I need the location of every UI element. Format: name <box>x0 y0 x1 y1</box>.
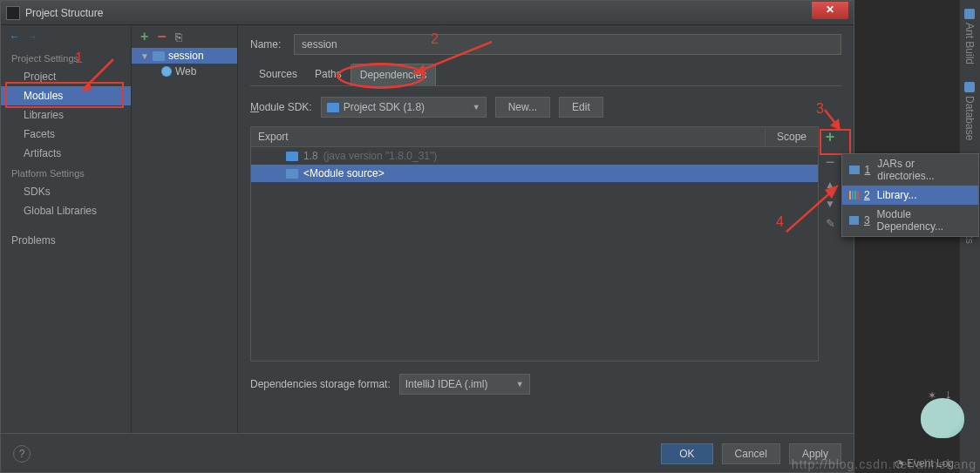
remove-module-icon[interactable]: − <box>157 28 167 46</box>
gutter-ant[interactable]: Ant Build <box>960 0 979 73</box>
dep-side-tools: + − ▲ ▼ ✎ <box>819 126 841 362</box>
remove-dependency-button[interactable]: − <box>826 153 835 172</box>
popup-library-label: Library... <box>877 189 917 201</box>
dialog-footer: ? OK Cancel Apply <box>1 433 854 473</box>
watermark: http://blog.csdn.net/alinekang <box>792 457 977 471</box>
tab-paths[interactable]: Paths <box>306 64 350 85</box>
popup-jars[interactable]: 1 JARs or directories... <box>842 154 978 186</box>
forward-icon[interactable]: → <box>27 30 37 43</box>
edit-dependency-icon[interactable]: ✎ <box>826 217 835 230</box>
move-up-icon[interactable]: ▲ <box>825 179 835 191</box>
ok-button[interactable]: OK <box>661 443 712 464</box>
sidebar-item-project[interactable]: Project <box>1 67 131 86</box>
popup-jars-label: JARs or directories... <box>877 158 971 182</box>
module-sdk-value: Project SDK (1.8) <box>344 101 425 113</box>
source-icon <box>286 169 298 179</box>
popup-library[interactable]: 2 Library... <box>842 186 978 205</box>
add-dependency-button[interactable]: + <box>826 128 835 146</box>
sidebar-item-sdks[interactable]: SDKs <box>1 182 131 201</box>
database-icon <box>964 82 975 92</box>
main-panel: Name: Sources Paths Dependencies Module … <box>238 25 854 433</box>
col-export: Export <box>251 127 766 146</box>
copy-icon[interactable]: ⎘ <box>175 30 182 44</box>
module-name-input[interactable] <box>294 34 841 55</box>
sidebar-item-problems[interactable]: Problems <box>1 231 131 250</box>
app-icon <box>6 6 20 20</box>
popup-module-dep[interactable]: 3 Module Dependency... <box>842 205 978 236</box>
jdk-icon <box>286 152 298 161</box>
sidebar-item-libraries[interactable]: Libraries <box>1 105 131 125</box>
tree-module-label: session <box>168 50 204 62</box>
sidebar-item-artifacts[interactable]: Artifacts <box>1 144 131 163</box>
module-icon <box>153 51 165 61</box>
sdk-icon <box>327 103 339 112</box>
tab-dependencies[interactable]: Dependencies <box>350 64 437 86</box>
mascot-icon <box>921 398 964 438</box>
sidebar-item-global-libraries[interactable]: Global Libraries <box>1 201 131 220</box>
add-dependency-popup: 1 JARs or directories... 2 Library... 3 … <box>841 153 979 237</box>
expand-icon[interactable]: ▼ <box>140 51 149 61</box>
dependencies-table: Export Scope 1.8 (java version "1.8.0_31… <box>250 126 819 362</box>
help-button[interactable]: ? <box>13 445 31 463</box>
dep-row-module-source[interactable]: <Module source> <box>251 165 818 182</box>
titlebar: Project Structure ✕ <box>1 1 854 25</box>
edit-sdk-button[interactable]: Edit <box>559 97 603 118</box>
module-sdk-combo[interactable]: Project SDK (1.8) <box>321 97 487 118</box>
window-title: Project Structure <box>25 7 103 19</box>
tree-module-session[interactable]: ▼ session <box>132 48 237 64</box>
storage-value: IntelliJ IDEA (.iml) <box>405 378 488 390</box>
nav-arrows: ← → <box>1 25 131 48</box>
sidebar-item-facets[interactable]: Facets <box>1 125 131 144</box>
cancel-button[interactable]: Cancel <box>722 443 780 464</box>
project-structure-dialog: Project Structure ✕ ← → Project Settings… <box>0 0 854 473</box>
ant-icon <box>964 9 975 19</box>
sidebar-item-modules[interactable]: Modules <box>1 86 131 105</box>
dep-source-label: <Module source> <box>303 167 385 179</box>
dep-jdk-label: 1.8 <box>303 150 318 162</box>
library-icon <box>849 191 859 199</box>
web-icon <box>161 66 172 77</box>
dep-jdk-dim: (java version "1.8.0_31") <box>323 150 438 162</box>
close-button[interactable]: ✕ <box>812 2 848 19</box>
jars-icon <box>849 166 860 174</box>
new-sdk-button[interactable]: New... <box>495 97 550 118</box>
dep-row-jdk[interactable]: 1.8 (java version "1.8.0_31") <box>251 147 818 165</box>
name-label: Name: <box>250 38 294 51</box>
section-platform-settings: Platform Settings <box>1 163 131 182</box>
module-dep-icon <box>849 216 859 225</box>
settings-sidebar: ← → Project Settings Project Modules Lib… <box>1 25 132 433</box>
tab-sources[interactable]: Sources <box>250 64 306 85</box>
popup-module-dep-label: Module Dependency... <box>877 208 971 233</box>
module-sdk-label: Module SDK: <box>250 101 312 113</box>
storage-format-combo[interactable]: IntelliJ IDEA (.iml) <box>399 374 530 395</box>
tree-facet-web[interactable]: Web <box>132 64 237 79</box>
module-tree: + − ⎘ ▼ session Web <box>132 25 238 433</box>
tree-facet-label: Web <box>175 65 196 78</box>
col-scope: Scope <box>766 127 818 146</box>
storage-label: Dependencies storage format: <box>250 378 391 390</box>
gutter-database[interactable]: Database <box>960 73 979 149</box>
move-down-icon[interactable]: ▼ <box>825 198 835 210</box>
module-tabs: Sources Paths Dependencies <box>250 64 841 86</box>
add-module-icon[interactable]: + <box>140 29 148 44</box>
back-icon[interactable]: ← <box>10 30 20 43</box>
section-project-settings: Project Settings <box>1 48 131 67</box>
